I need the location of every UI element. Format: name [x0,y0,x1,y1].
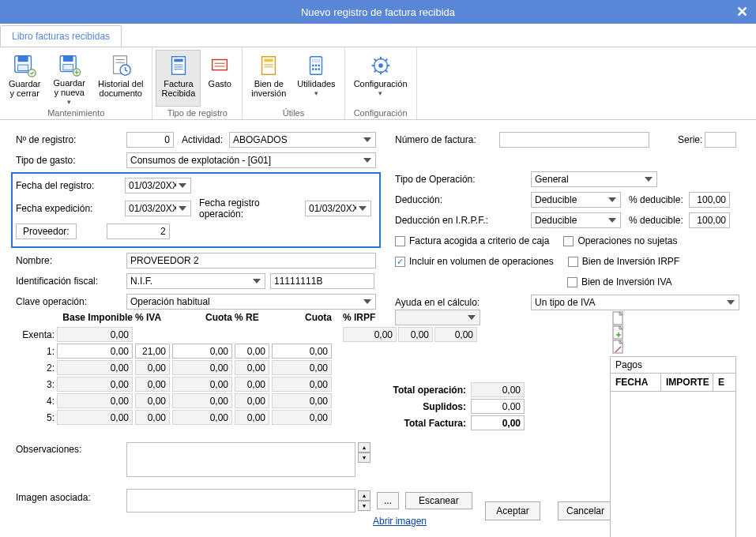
img-spin-down[interactable]: ▾ [358,501,370,511]
obs-spin-up[interactable]: ▴ [358,442,370,453]
chk-factcaja[interactable]: Factura acogida a criterio de caja [395,235,549,246]
r2-cuota1[interactable] [172,360,232,375]
r1-piva[interactable] [135,344,170,359]
bien-inversion-button[interactable]: Bien de inversión [246,50,291,107]
h-cuota2: Cuota [272,310,332,325]
totop-value[interactable] [471,382,525,397]
guardar-y-cerrar-button[interactable]: Guardar y cerrar [3,50,46,107]
r4-cuota1[interactable] [172,393,232,408]
gasto-button[interactable]: Gasto [201,50,239,107]
numfactura-input[interactable] [499,132,649,148]
r3-piva[interactable] [135,377,170,392]
idfiscal-tipo-select[interactable]: N.I.F. [126,273,265,289]
close-icon[interactable]: ✕ [736,3,748,21]
actividad-select[interactable]: ABOGADOS [229,132,376,148]
l2: 2: [18,360,55,375]
browse-button[interactable]: ... [377,492,399,509]
chk-opnosujetas[interactable]: Operaciones no sujetas [563,235,677,246]
r3-cuota2[interactable] [272,377,332,392]
configuracion-label: Configuración [354,79,408,88]
chk-bieninv-iva[interactable]: Bien de Inversión IVA [567,276,672,287]
utilidades-button[interactable]: Utilidades ▾ [291,50,340,107]
svg-point-28 [318,65,321,67]
pctdeducible2-input[interactable] [689,212,730,228]
idfiscal-num-input[interactable] [270,273,374,289]
irpf-v3[interactable] [434,327,477,342]
deduccion-select[interactable]: Deducible [531,192,621,208]
group-utiles-label: Útiles [246,107,340,120]
r2-cuota2[interactable] [272,360,332,375]
invoice-received-icon [167,54,190,77]
r5-piva[interactable] [135,410,170,425]
tipogasto-select[interactable]: Consumos de explotación - [G01] [126,152,376,168]
r1-base[interactable] [57,344,133,359]
svg-point-27 [315,65,318,67]
configuracion-button[interactable]: Configuración ▾ [348,50,413,107]
historial-documento-button[interactable]: Historial del documento [92,50,149,107]
totfact-value[interactable] [471,415,525,430]
actividad-label: Actividad: [182,134,229,145]
svg-point-31 [318,68,321,70]
suplidos-value[interactable] [471,399,525,414]
obs-label: Observaciones: [16,442,126,477]
r2-piva[interactable] [135,360,170,375]
r5-pre[interactable] [235,410,269,425]
r3-cuota1[interactable] [172,377,232,392]
r4-base[interactable] [57,393,133,408]
exenta-base[interactable] [57,327,133,342]
page-delete-icon[interactable] [611,340,624,354]
abrir-imagen-link[interactable]: Abrir imagen [373,516,427,527]
pctdeducible1-input[interactable] [689,192,730,208]
fecharegop-input[interactable]: 01/03/20XX [305,201,371,216]
svg-point-30 [315,68,318,70]
fecharegistro-input[interactable]: 01/03/20XX [125,178,191,193]
svg-rect-21 [265,59,273,62]
serie-input[interactable] [705,132,736,148]
factura-recibida-button[interactable]: Factura Recibida [156,50,201,107]
tab-libro-facturas[interactable]: Libro facturas recibidas [0,25,122,47]
r4-cuota2[interactable] [272,393,332,408]
r1-cuota2[interactable] [272,344,332,359]
tipoop-select[interactable]: General [531,171,657,187]
r5-cuota1[interactable] [172,410,232,425]
chk-bieninv-irpf[interactable]: Bien de Inversión IRPF [568,256,679,267]
irpf-v1[interactable] [343,327,397,342]
r4-piva[interactable] [135,393,170,408]
chevron-down-icon: ▾ [67,98,71,106]
history-icon [109,54,133,77]
svg-rect-17 [213,60,228,70]
nregistro-input[interactable] [126,132,174,148]
r2-pre[interactable] [235,360,269,375]
r1-pre[interactable] [235,344,269,359]
pagos-body[interactable] [610,392,736,537]
historial-label: Historial del documento [98,79,143,98]
r5-cuota2[interactable] [272,410,332,425]
claveop-select[interactable]: Operación habitual [126,294,376,310]
scan-button[interactable]: Escanear [405,492,472,509]
guardar-y-nueva-button[interactable]: Guardar y nueva ▾ [46,50,92,107]
r1-cuota1[interactable] [172,344,232,359]
img-path-input[interactable] [126,489,355,513]
img-spin-up[interactable]: ▴ [358,490,370,501]
r3-pre[interactable] [235,377,269,392]
deduccion-irpf-select[interactable]: Deducible [531,212,621,228]
irpf-v2[interactable] [398,327,433,342]
fechaexped-input[interactable]: 01/03/20XX [125,201,191,216]
h-piva: % IVA [135,310,170,325]
h-cuota1: Cuota [172,310,232,325]
proveedor-input[interactable] [107,223,170,239]
page-add-icon[interactable] [611,325,624,340]
r2-base[interactable] [57,360,133,375]
page-icon[interactable] [611,311,624,325]
aceptar-button[interactable]: Aceptar [485,501,540,520]
r5-base[interactable] [57,410,133,425]
nombre-input[interactable] [126,253,376,268]
obs-spin-down[interactable]: ▾ [358,453,370,463]
obs-textarea[interactable] [126,442,355,477]
r4-pre[interactable] [235,393,269,408]
cancelar-button[interactable]: Cancelar [558,501,613,520]
chk-incluirvol[interactable]: Incluir en volumen de operaciones [395,256,554,267]
r3-base[interactable] [57,377,133,392]
proveedor-button[interactable]: Proveedor: [16,223,77,239]
irpf-select[interactable] [395,310,480,325]
